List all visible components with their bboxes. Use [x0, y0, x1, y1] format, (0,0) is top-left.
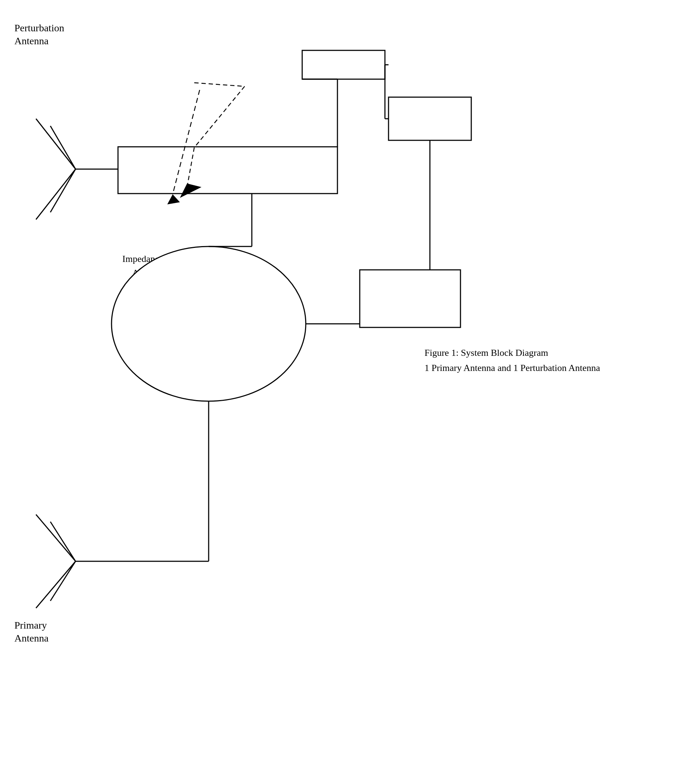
svg-line-27	[51, 522, 76, 561]
svg-line-1	[36, 169, 76, 220]
svg-line-19	[194, 83, 245, 86]
svg-rect-9	[388, 97, 471, 140]
svg-rect-13	[360, 270, 461, 328]
svg-line-0	[36, 119, 76, 169]
svg-line-4	[51, 169, 76, 212]
diagram-container: PerturbationAntenna Variable Delay line …	[0, 0, 681, 784]
svg-line-25	[36, 515, 76, 561]
svg-rect-6	[302, 51, 385, 79]
svg-line-3	[51, 126, 76, 169]
svg-line-26	[36, 561, 76, 608]
diagram-svg	[0, 0, 681, 784]
svg-marker-24	[167, 194, 180, 204]
svg-line-28	[51, 561, 76, 601]
svg-point-16	[111, 247, 306, 401]
svg-rect-5	[118, 147, 337, 193]
svg-line-20	[194, 86, 245, 147]
